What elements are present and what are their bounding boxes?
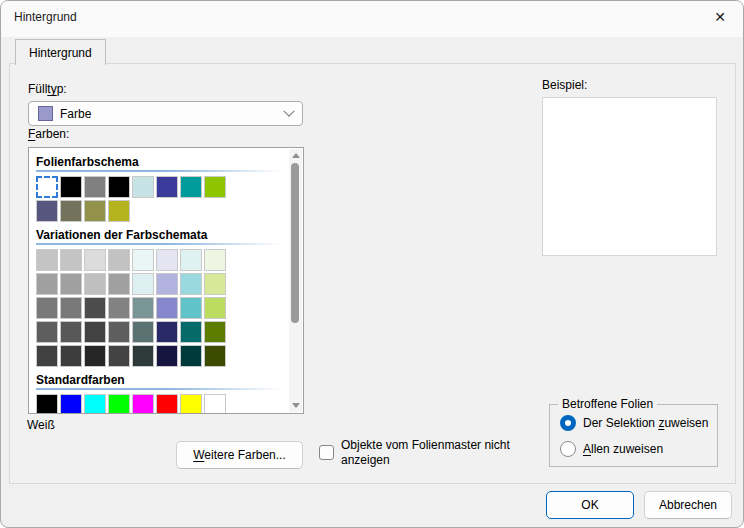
chevron-down-icon [283, 105, 294, 116]
color-swatch[interactable] [132, 321, 154, 343]
color-swatch[interactable] [84, 200, 106, 222]
color-swatch[interactable] [60, 273, 82, 295]
color-swatch[interactable] [180, 273, 202, 295]
color-swatch[interactable] [60, 176, 82, 198]
color-swatch[interactable] [156, 273, 178, 295]
color-swatch[interactable] [60, 394, 82, 413]
radio-assign-all[interactable]: Allen zuweisen [560, 441, 663, 457]
tab-hintergrund[interactable]: Hintergrund [15, 39, 106, 65]
color-swatch[interactable] [108, 249, 130, 271]
color-swatch[interactable] [132, 297, 154, 319]
color-swatch[interactable] [60, 249, 82, 271]
color-swatch[interactable] [36, 394, 58, 413]
color-swatch[interactable] [132, 345, 154, 367]
color-swatch[interactable] [84, 297, 106, 319]
color-swatch[interactable] [156, 249, 178, 271]
color-swatch[interactable] [36, 321, 58, 343]
palette-content: FolienfarbschemaVariationen der Farbsche… [29, 148, 289, 413]
section-underline [36, 243, 282, 245]
more-colors-button[interactable]: Weitere Farben... [176, 441, 303, 469]
color-swatch[interactable] [36, 176, 58, 198]
radio-off-icon [560, 441, 576, 457]
color-swatch[interactable] [84, 273, 106, 295]
scroll-down-button[interactable] [289, 399, 302, 412]
section-underline [36, 388, 282, 390]
color-swatch[interactable] [36, 273, 58, 295]
color-swatch[interactable] [108, 297, 130, 319]
color-swatch[interactable] [156, 297, 178, 319]
color-swatch[interactable] [156, 394, 178, 413]
color-swatch[interactable] [108, 321, 130, 343]
color-swatch[interactable] [204, 297, 226, 319]
fill-type-label: Fülltyp: [28, 82, 67, 96]
color-swatch[interactable] [108, 394, 130, 413]
color-swatch[interactable] [204, 321, 226, 343]
color-swatch[interactable] [36, 297, 58, 319]
color-swatch[interactable] [204, 394, 226, 413]
color-swatch[interactable] [204, 345, 226, 367]
affected-slides-title: Betroffene Folien [558, 397, 657, 411]
color-swatch[interactable] [36, 345, 58, 367]
color-swatch[interactable] [156, 321, 178, 343]
section-underline [36, 170, 282, 172]
palette-section-header: Variationen der Farbschemata [36, 228, 282, 242]
close-icon: ✕ [714, 9, 726, 25]
scroll-up-icon [292, 153, 300, 158]
scroll-down-icon [292, 403, 300, 408]
color-swatch[interactable] [180, 249, 202, 271]
color-list: FolienfarbschemaVariationen der Farbsche… [28, 147, 304, 414]
color-swatch[interactable] [108, 176, 130, 198]
color-swatch[interactable] [180, 345, 202, 367]
color-swatch[interactable] [84, 321, 106, 343]
radio-assign-selection-label: Der Selektion zuweisen [583, 416, 708, 430]
tab-label: Hintergrund [29, 46, 92, 60]
color-swatch[interactable] [108, 273, 130, 295]
fill-type-value: Farbe [60, 107, 91, 121]
scroll-up-button[interactable] [289, 149, 302, 162]
cancel-button[interactable]: Abbrechen [644, 491, 732, 519]
ok-button[interactable]: OK [546, 491, 634, 519]
example-label: Beispiel: [542, 78, 587, 92]
color-swatch[interactable] [60, 200, 82, 222]
palette-section-header: Standardfarben [36, 373, 282, 387]
color-swatch[interactable] [60, 297, 82, 319]
master-objects-checkbox-label[interactable]: Objekte vom Folienmaster nicht anzeigen [341, 438, 526, 468]
affected-slides-group: Betroffene Folien Der Selektion zuweisen… [549, 404, 718, 467]
color-swatch[interactable] [180, 321, 202, 343]
color-swatch[interactable] [180, 297, 202, 319]
color-swatch[interactable] [180, 176, 202, 198]
color-swatch[interactable] [204, 273, 226, 295]
color-swatch[interactable] [36, 200, 58, 222]
radio-on-icon [560, 415, 576, 431]
color-swatch[interactable] [108, 200, 130, 222]
color-swatch[interactable] [108, 345, 130, 367]
master-objects-checkbox[interactable] [319, 445, 334, 460]
color-swatch[interactable] [36, 249, 58, 271]
colors-label: Farben: [28, 127, 69, 141]
color-swatch[interactable] [132, 394, 154, 413]
color-swatch[interactable] [84, 176, 106, 198]
color-swatch[interactable] [84, 345, 106, 367]
color-swatch[interactable] [156, 345, 178, 367]
background-dialog: Hintergrund ✕ Hintergrund Fülltyp: Farbe… [0, 0, 744, 528]
color-swatch[interactable] [84, 249, 106, 271]
color-swatch[interactable] [132, 249, 154, 271]
selected-color-name: Weiß [27, 418, 55, 432]
color-swatch[interactable] [132, 176, 154, 198]
scrollbar-track[interactable] [289, 149, 302, 412]
scroll-thumb[interactable] [291, 163, 299, 323]
titlebar: Hintergrund [1, 1, 743, 37]
radio-assign-selection[interactable]: Der Selektion zuweisen [560, 415, 708, 431]
color-swatch[interactable] [132, 273, 154, 295]
color-swatch[interactable] [60, 345, 82, 367]
radio-assign-all-label: Allen zuweisen [583, 442, 663, 456]
color-swatch[interactable] [204, 176, 226, 198]
color-swatch[interactable] [156, 176, 178, 198]
fill-type-dropdown[interactable]: Farbe [28, 101, 303, 126]
color-swatch[interactable] [204, 249, 226, 271]
color-swatch[interactable] [60, 321, 82, 343]
palette-section-header: Folienfarbschema [36, 155, 282, 169]
close-button[interactable]: ✕ [703, 3, 737, 31]
color-swatch[interactable] [180, 394, 202, 413]
color-swatch[interactable] [84, 394, 106, 413]
